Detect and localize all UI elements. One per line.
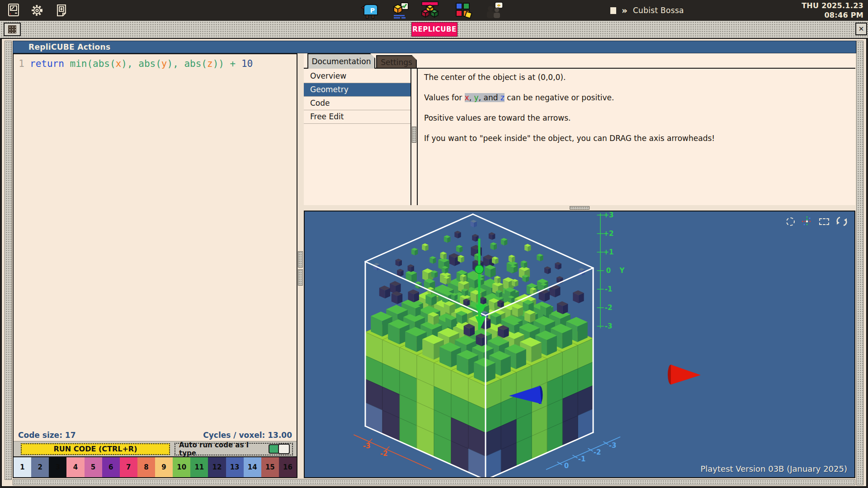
palette-swatch-4[interactable]: 4: [66, 457, 84, 477]
token: Values for: [424, 93, 465, 102]
toggle-knob: [278, 444, 290, 454]
token: y: [474, 93, 479, 102]
nav-item-geometry[interactable]: Geometry: [304, 83, 410, 97]
palette-swatch-7[interactable]: 7: [120, 457, 137, 477]
palette-swatch-14[interactable]: 14: [244, 457, 261, 477]
replicube-logo-icon[interactable]: [419, 2, 441, 19]
vertical-splitter[interactable]: [297, 53, 304, 478]
desktop-icon: [8, 25, 16, 33]
code-size-label: Code size: 17: [18, 431, 76, 440]
palette-swatch-8[interactable]: 8: [137, 457, 155, 477]
docs-tabs: Documentation Settings: [304, 53, 855, 69]
token: min(abs(: [70, 58, 116, 69]
line-number: 1: [14, 58, 30, 70]
palette-swatch-13[interactable]: 13: [226, 457, 244, 477]
community-icon[interactable]: [484, 2, 506, 19]
version-label: Playtest Version 03B (January 2025): [700, 464, 847, 474]
cycles-label: Cycles / voxel: 13.00: [203, 431, 292, 440]
docs-content: The center of the object is at (0,0,0). …: [418, 69, 855, 205]
palette-swatch-12[interactable]: 12: [208, 457, 226, 477]
clock-time: 08:46 PM: [802, 10, 863, 20]
voxel-scene[interactable]: +3+2+10-1-2-3Y-3-2-10-3-2: [305, 211, 854, 477]
mailbox-icon[interactable]: P: [359, 2, 379, 19]
editor-statusbar: Code size: 17 Cycles / voxel: 13.00: [14, 429, 297, 441]
svg-text:0: 0: [564, 462, 569, 470]
palette-swatch-15[interactable]: 15: [261, 457, 279, 477]
palette-swatch-9[interactable]: 9: [155, 457, 173, 477]
stop-icon[interactable]: [610, 7, 616, 14]
selection-box-icon[interactable]: [819, 218, 829, 225]
autorun-checkbox[interactable]: Auto run code as I type: [175, 443, 293, 455]
tab-settings[interactable]: Settings: [376, 55, 417, 69]
palette-swatch-1[interactable]: 1: [14, 457, 31, 477]
svg-text:+1: +1: [603, 248, 613, 256]
window-titlebar[interactable]: RepliCUBE Actions: [13, 41, 856, 53]
music-track-title: Cubist Bossa: [633, 6, 684, 15]
computer-icon[interactable]: [5, 2, 22, 19]
code-area[interactable]: 1 return min(abs(x), abs(y), abs(z)) + 1…: [14, 54, 297, 429]
palette-swatch-2[interactable]: 2: [31, 457, 49, 477]
run-code-button[interactable]: RUN CODE (CTRL+R): [21, 443, 170, 455]
token: return: [30, 58, 70, 69]
cube-checklist-icon[interactable]: [390, 2, 410, 19]
code-line: 1 return min(abs(x), abs(y), abs(z)) + 1…: [14, 58, 297, 70]
new-file-icon[interactable]: [53, 2, 70, 19]
taskbar-app-replicube[interactable]: REPLICUBE: [411, 22, 458, 37]
token: can be negative or positive.: [505, 93, 614, 102]
rotate-view-icon[interactable]: [835, 216, 848, 227]
palette-swatch-6[interactable]: 6: [102, 457, 120, 477]
desktop-button[interactable]: [4, 23, 21, 36]
splitter-grip[interactable]: [298, 251, 303, 267]
token: )) +: [213, 58, 241, 69]
system-top-bar: P: [0, 0, 868, 21]
tab-documentation[interactable]: Documentation: [307, 53, 375, 69]
horizontal-splitter[interactable]: [304, 205, 855, 211]
svg-text:+2: +2: [603, 230, 613, 238]
settings-gear-icon[interactable]: [29, 2, 45, 19]
splitter-grip[interactable]: [412, 127, 416, 143]
palette-swatch-10[interactable]: 10: [173, 457, 190, 477]
close-icon: ✕: [859, 25, 864, 33]
palette-swatch-3[interactable]: 3: [49, 457, 66, 477]
nav-item-free-edit[interactable]: Free Edit: [304, 110, 410, 124]
code-editor-panel: 1 return min(abs(x), abs(y), abs(z)) + 1…: [13, 53, 297, 478]
clock-date: THU 2025.1.23: [802, 1, 863, 10]
palette-swatch-5[interactable]: 5: [85, 457, 102, 477]
palette-swatch-16[interactable]: 16: [279, 457, 297, 477]
bottom-scrollbar[interactable]: [13, 479, 855, 485]
music-player: » Cubist Bossa: [610, 0, 684, 21]
svg-text:-2: -2: [594, 448, 601, 456]
tab-fold: [370, 53, 375, 58]
selection-circle-icon[interactable]: [786, 217, 795, 226]
token: ,: [469, 93, 474, 102]
nav-item-code[interactable]: Code: [304, 97, 410, 110]
close-button[interactable]: ✕: [855, 23, 867, 35]
splitter-grip[interactable]: [298, 269, 303, 286]
viewport-tools: [786, 216, 848, 227]
token: ), abs(: [167, 58, 208, 69]
docs-nav-splitter[interactable]: [411, 69, 418, 205]
right-scrollbar[interactable]: [856, 41, 863, 485]
splitter-grip[interactable]: [570, 206, 590, 210]
autorun-label: Auto run code as I type: [179, 441, 265, 457]
svg-text:-3: -3: [605, 322, 613, 330]
svg-text:0: 0: [606, 267, 611, 275]
svg-text:-3: -3: [363, 442, 371, 450]
next-track-icon[interactable]: »: [622, 6, 627, 15]
palette-swatch-11[interactable]: 11: [190, 457, 208, 477]
token: x: [465, 93, 469, 102]
token: x: [116, 58, 122, 69]
axes-toggle-icon[interactable]: [801, 216, 813, 227]
left-scrollbar[interactable]: [5, 41, 12, 480]
svg-text:-1: -1: [578, 455, 586, 463]
nav-item-overview[interactable]: Overview: [304, 70, 410, 83]
autorun-toggle[interactable]: [269, 444, 289, 454]
tab-fold: [412, 55, 417, 60]
doc-paragraph: Values for x, y, and z can be negative o…: [424, 93, 849, 103]
color-palette-icon[interactable]: [453, 2, 474, 19]
svg-text:+3: +3: [603, 211, 613, 219]
voxel-viewport[interactable]: +3+2+10-1-2-3Y-3-2-10-3-2 Playtest Versi…: [304, 211, 855, 478]
token: z: [500, 93, 505, 102]
taskbar: REPLICUBE ✕: [0, 21, 868, 38]
x-axis-arrowhead[interactable]: [668, 365, 701, 385]
